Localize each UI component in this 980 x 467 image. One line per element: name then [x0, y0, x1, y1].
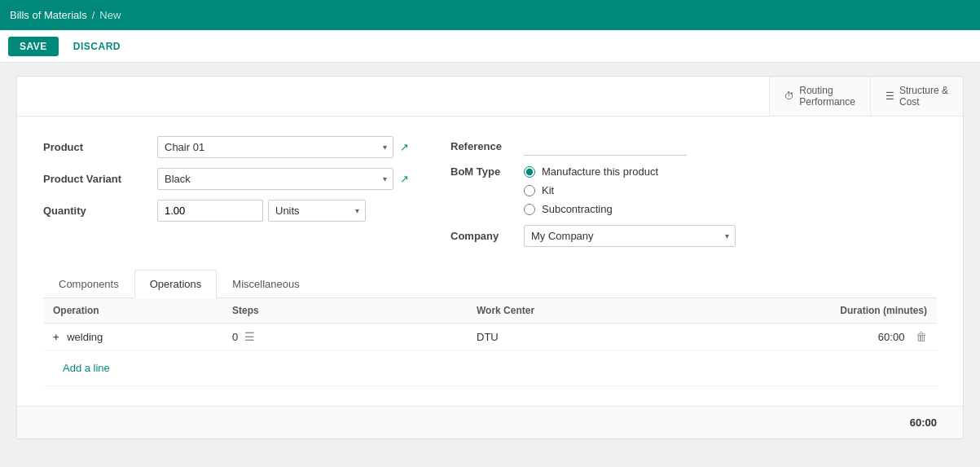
- unit-select[interactable]: Units: [268, 200, 366, 222]
- cell-steps: 0 ☰: [222, 324, 467, 350]
- table-body: + welding 0 ☰ DTU: [43, 324, 937, 386]
- product-field: Chair 01 ▾ ↗: [157, 136, 409, 158]
- structure-cost-button[interactable]: ☰ Structure &Cost: [870, 77, 963, 116]
- operation-value: welding: [67, 331, 103, 343]
- add-line-row: Add a line: [43, 350, 937, 386]
- product-variant-field: Black ▾ ↗: [157, 168, 409, 190]
- product-variant-label: Product Variant: [43, 173, 157, 185]
- col-header-duration: Duration (minutes): [695, 298, 937, 324]
- table-row: + welding 0 ☰ DTU: [43, 324, 937, 350]
- reference-label: Reference: [450, 140, 524, 152]
- add-line-button[interactable]: Add a line: [53, 357, 120, 379]
- col-header-steps: Steps: [222, 298, 467, 324]
- tabs: Components Operations Miscellaneous: [43, 270, 937, 298]
- lines-icon: ☰: [886, 90, 894, 102]
- workcenter-value: DTU: [477, 331, 499, 343]
- table-header-row: Operation Steps Work Center Duration (mi…: [43, 298, 937, 324]
- footer-total: 60:00: [910, 416, 937, 429]
- reference-input[interactable]: [524, 136, 687, 156]
- bom-type-label: BoM Type: [450, 165, 524, 178]
- form-footer: 60:00: [17, 406, 963, 438]
- tab-operations[interactable]: Operations: [134, 270, 218, 298]
- product-variant-row: Product Variant Black ▾ ↗: [43, 168, 434, 190]
- quantity-row: Quantity Units ▾: [43, 200, 434, 222]
- top-bar: Bills of Materials / New: [0, 0, 980, 30]
- product-external-link[interactable]: ↗: [400, 141, 409, 153]
- col-header-operation: Operation: [43, 298, 222, 324]
- breadcrumb-current: New: [99, 9, 121, 21]
- table-header: Operation Steps Work Center Duration (mi…: [43, 298, 937, 324]
- tab-miscellaneous[interactable]: Miscellaneous: [217, 270, 314, 297]
- steps-count: 0: [232, 331, 238, 343]
- product-variant-select-wrapper: Black ▾: [157, 168, 393, 190]
- plus-icon: +: [53, 331, 59, 343]
- company-row: Company My Company ▾: [450, 225, 937, 247]
- action-bar: SAVE DISCARD: [0, 30, 980, 63]
- product-row: Product Chair 01 ▾ ↗: [43, 136, 434, 158]
- operations-table: Operation Steps Work Center Duration (mi…: [43, 298, 937, 386]
- radio-kit-input[interactable]: [524, 185, 535, 196]
- radio-manufacture-input[interactable]: [524, 166, 535, 178]
- radio-subcontracting[interactable]: Subcontracting: [524, 203, 658, 215]
- radio-subcontracting-input[interactable]: [524, 204, 535, 215]
- product-label: Product: [43, 141, 157, 153]
- routing-performance-button[interactable]: ⏱ RoutingPerformance: [769, 77, 870, 116]
- variant-external-link[interactable]: ↗: [400, 173, 409, 185]
- cell-operation: + welding: [43, 324, 222, 350]
- quantity-label: Quantity: [43, 205, 157, 217]
- radio-subcontracting-label: Subcontracting: [542, 203, 613, 215]
- bom-type-radio-group: Manufacture this product Kit Subcontract…: [524, 165, 658, 215]
- cell-workcenter: DTU: [467, 324, 695, 350]
- save-button[interactable]: SAVE: [8, 37, 59, 56]
- clock-icon: ⏱: [784, 90, 794, 102]
- product-select[interactable]: Chair 01: [157, 136, 393, 158]
- duration-value: 60:00: [878, 331, 905, 343]
- breadcrumb: Bills of Materials / New: [10, 9, 121, 21]
- delete-icon[interactable]: 🗑: [916, 330, 927, 343]
- cell-duration: 60:00 🗑: [695, 324, 937, 350]
- radio-manufacture[interactable]: Manufacture this product: [524, 165, 658, 178]
- form-card-header: ⏱ RoutingPerformance ☰ Structure &Cost: [17, 77, 963, 117]
- discard-button[interactable]: DISCARD: [65, 37, 129, 56]
- form-body: Product Chair 01 ▾ ↗: [17, 117, 963, 406]
- bom-type-row: BoM Type Manufacture this product Kit: [450, 165, 937, 215]
- company-select-wrapper: My Company ▾: [524, 225, 736, 247]
- breadcrumb-separator: /: [92, 9, 95, 21]
- structure-cost-label: Structure &Cost: [899, 85, 948, 108]
- add-line-cell: Add a line: [43, 350, 937, 386]
- routing-performance-label: RoutingPerformance: [799, 85, 855, 108]
- quantity-field: Units ▾: [157, 200, 366, 222]
- product-variant-select[interactable]: Black: [157, 168, 393, 190]
- quantity-input[interactable]: [157, 200, 263, 222]
- radio-manufacture-label: Manufacture this product: [542, 165, 658, 178]
- right-column: Reference BoM Type Manufacture this prod…: [434, 136, 937, 257]
- company-label: Company: [450, 230, 524, 242]
- form-card: ⏱ RoutingPerformance ☰ Structure &Cost P…: [16, 76, 964, 439]
- steps-list-icon[interactable]: ☰: [244, 330, 255, 343]
- product-select-wrapper: Chair 01 ▾: [157, 136, 393, 158]
- main-content: ⏱ RoutingPerformance ☰ Structure &Cost P…: [0, 63, 980, 452]
- radio-kit[interactable]: Kit: [524, 184, 658, 196]
- tab-components[interactable]: Components: [43, 270, 134, 297]
- two-col-layout: Product Chair 01 ▾ ↗: [43, 136, 937, 257]
- col-header-workcenter: Work Center: [467, 298, 695, 324]
- breadcrumb-parent[interactable]: Bills of Materials: [10, 9, 87, 21]
- company-select[interactable]: My Company: [524, 225, 736, 247]
- steps-field: 0 ☰: [232, 330, 457, 343]
- unit-select-wrapper: Units ▾: [268, 200, 366, 222]
- left-column: Product Chair 01 ▾ ↗: [43, 136, 434, 257]
- reference-row: Reference: [450, 136, 937, 156]
- radio-kit-label: Kit: [542, 184, 554, 196]
